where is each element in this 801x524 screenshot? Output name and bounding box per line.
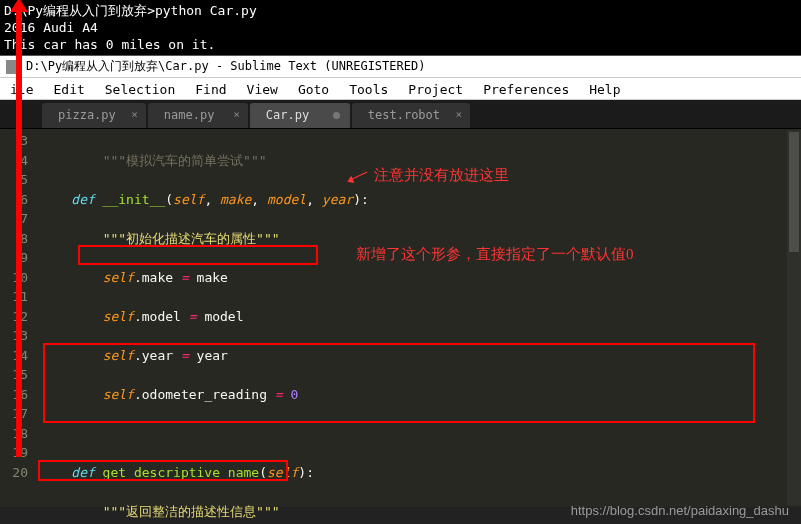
- menu-selection[interactable]: Selection: [97, 81, 183, 96]
- tab-name[interactable]: name.py×: [148, 103, 248, 128]
- code-content[interactable]: """模拟汽车的简单尝试""" def __init__(self, make,…: [36, 129, 801, 507]
- scrollbar[interactable]: [787, 130, 801, 505]
- menu-edit[interactable]: Edit: [45, 81, 92, 96]
- terminal-line: D:\Py编程从入门到放弃>python Car.py: [4, 2, 797, 19]
- tab-pizza[interactable]: pizza.py×: [42, 103, 146, 128]
- annotation-arrow: [16, 5, 22, 457]
- watermark: https://blog.csdn.net/paidaxing_dashu: [571, 503, 789, 518]
- window-title: D:\Py编程从入门到放弃\Car.py - Sublime Text (UNR…: [26, 58, 425, 75]
- close-icon[interactable]: ×: [131, 108, 138, 121]
- annotation-box: [38, 460, 288, 481]
- menu-project[interactable]: Project: [400, 81, 471, 96]
- tab-bar: pizza.py× name.py× Car.py test.robot×: [0, 100, 801, 129]
- terminal-line: This car has 0 miles on it.: [4, 36, 797, 53]
- annotation-text: 注意并没有放进这里: [374, 166, 509, 185]
- terminal-output: D:\Py编程从入门到放弃>python Car.py 2016 Audi A4…: [0, 0, 801, 56]
- modified-icon: [333, 112, 340, 119]
- annotation-text: 新增了这个形参，直接指定了一个默认值0: [356, 245, 634, 264]
- annotation-box: [78, 245, 318, 265]
- menu-bar: ile Edit Selection Find View Goto Tools …: [0, 78, 801, 100]
- close-icon[interactable]: ×: [455, 108, 462, 121]
- menu-help[interactable]: Help: [581, 81, 628, 96]
- menu-find[interactable]: Find: [187, 81, 234, 96]
- close-icon[interactable]: ×: [233, 108, 240, 121]
- menu-view[interactable]: View: [239, 81, 286, 96]
- menu-tools[interactable]: Tools: [341, 81, 396, 96]
- menu-preferences[interactable]: Preferences: [475, 81, 577, 96]
- annotation-arrow-head: [10, 0, 28, 12]
- menu-goto[interactable]: Goto: [290, 81, 337, 96]
- editor-area[interactable]: 34567891011121314151617181920 """模拟汽车的简单…: [0, 129, 801, 507]
- window-titlebar: D:\Py编程从入门到放弃\Car.py - Sublime Text (UNR…: [0, 56, 801, 78]
- terminal-line: 2016 Audi A4: [4, 19, 797, 36]
- scrollbar-thumb[interactable]: [789, 132, 799, 252]
- tab-car[interactable]: Car.py: [250, 103, 350, 128]
- annotation-box: [43, 343, 755, 423]
- tab-test[interactable]: test.robot×: [352, 103, 470, 128]
